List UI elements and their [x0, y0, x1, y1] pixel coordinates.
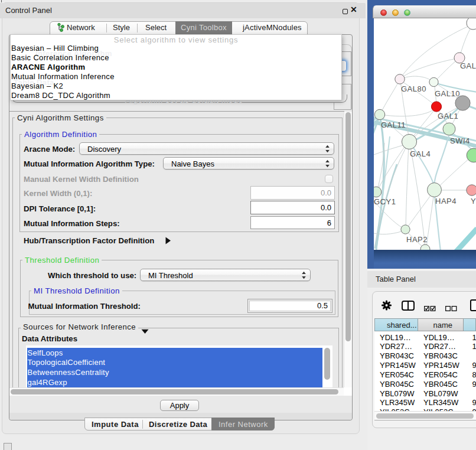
svg-text:HAP2: HAP2 — [406, 235, 428, 244]
svg-text:GAL4: GAL4 — [410, 149, 431, 158]
svg-text:GAL11: GAL11 — [381, 120, 406, 129]
svg-text:GAL10: GAL10 — [435, 89, 460, 98]
svg-text:SWI4: SWI4 — [450, 136, 470, 145]
svg-text:GCY1: GCY1 — [374, 197, 396, 206]
svg-text:Y: Y — [471, 197, 476, 206]
svg-text:GAL80: GAL80 — [401, 84, 426, 93]
svg-text:GAL1: GAL1 — [438, 112, 458, 120]
svg-text:HAP4: HAP4 — [435, 197, 457, 206]
svg-text:GAL2: GAL2 — [460, 61, 476, 70]
